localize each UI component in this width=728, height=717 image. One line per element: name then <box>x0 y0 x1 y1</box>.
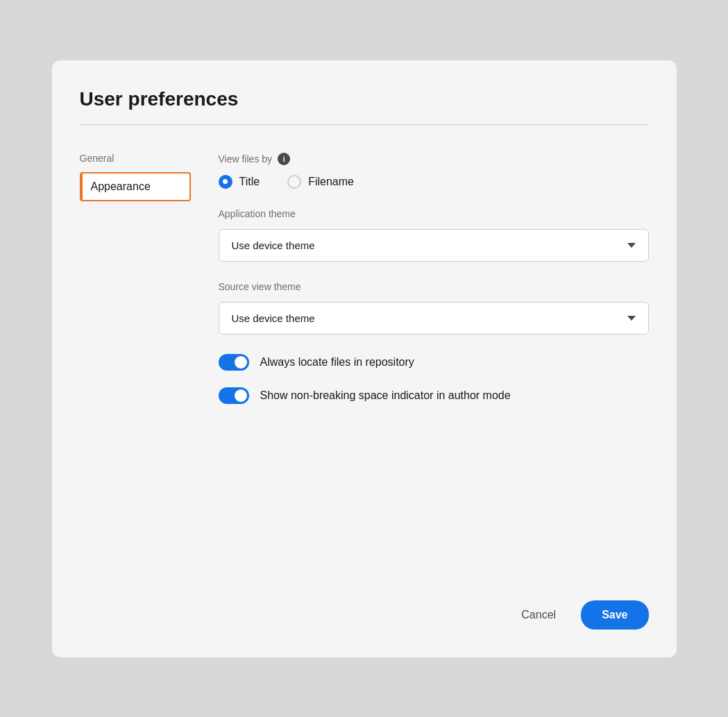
radio-group-view-files: Title Filename <box>219 175 649 189</box>
radio-label-title: Title <box>239 176 260 188</box>
toggle-nonbreaking-space[interactable] <box>219 387 249 404</box>
radio-option-filename[interactable]: Filename <box>287 175 354 189</box>
source-view-theme-label: Source view theme <box>219 281 649 292</box>
radio-circle-filename <box>287 175 301 189</box>
application-theme-group: Application theme Use device theme <box>219 208 649 262</box>
sidebar-item-appearance[interactable]: Appearance <box>80 172 191 201</box>
cancel-button[interactable]: Cancel <box>510 602 567 628</box>
toggle-locate-files[interactable] <box>219 354 249 371</box>
title-divider <box>80 124 649 125</box>
radio-circle-title <box>219 175 232 189</box>
toggle-nonbreaking-space-label: Show non-breaking space indicator in aut… <box>260 389 511 402</box>
view-files-by-info-icon[interactable]: i <box>278 153 290 165</box>
radio-option-title[interactable]: Title <box>219 175 260 189</box>
view-files-by-label: View files by i <box>219 153 649 165</box>
sidebar-item-appearance-label: Appearance <box>91 180 151 193</box>
dialog-title: User preferences <box>80 88 649 110</box>
toggle-locate-files-label: Always locate files in repository <box>260 356 414 369</box>
source-view-theme-chevron-icon <box>627 316 636 321</box>
toggle-row-nonbreaking-space: Show non-breaking space indicator in aut… <box>219 387 649 404</box>
view-files-by-group: View files by i Title Filename <box>219 153 649 189</box>
sidebar-section-label: General <box>80 153 191 164</box>
sidebar: General Appearance <box>80 146 191 559</box>
source-view-theme-group: Source view theme Use device theme <box>219 281 649 335</box>
radio-label-filename: Filename <box>308 176 354 188</box>
content-area: General Appearance View files by i Title <box>80 146 649 559</box>
application-theme-value: Use device theme <box>232 239 315 251</box>
main-content: View files by i Title Filename Applicat <box>191 146 649 559</box>
source-view-theme-select[interactable]: Use device theme <box>219 302 649 335</box>
user-preferences-dialog: User preferences General Appearance View… <box>52 60 677 657</box>
source-view-theme-value: Use device theme <box>232 312 315 324</box>
application-theme-label: Application theme <box>219 208 649 219</box>
toggle-row-locate-files: Always locate files in repository <box>219 354 649 371</box>
save-button[interactable]: Save <box>581 600 648 630</box>
dialog-footer: Cancel Save <box>80 559 649 630</box>
application-theme-chevron-icon <box>627 243 636 248</box>
application-theme-select[interactable]: Use device theme <box>219 229 649 262</box>
